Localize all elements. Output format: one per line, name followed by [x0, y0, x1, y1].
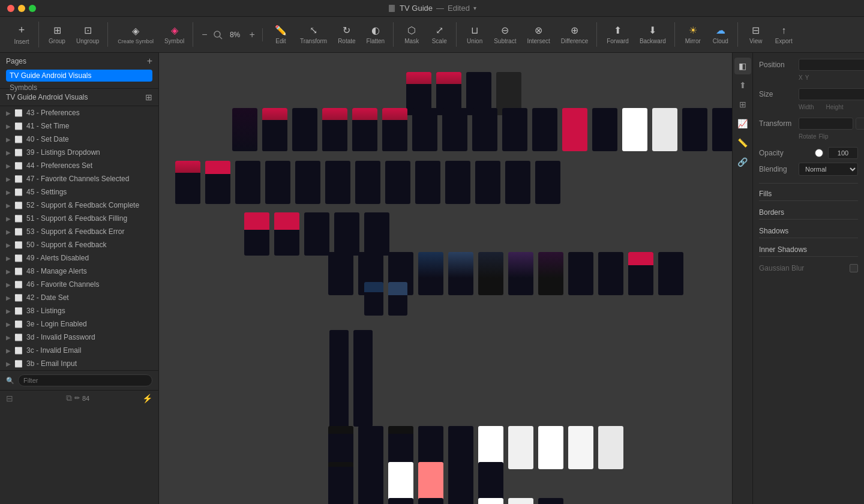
grid-icon[interactable]: ⊞	[734, 96, 751, 113]
intersect-button[interactable]: ⊗ Intersect	[522, 22, 554, 47]
ungroup-button[interactable]: ⊡ Ungroup	[71, 22, 104, 47]
maximize-button[interactable]	[29, 5, 36, 12]
rotate-input[interactable]	[799, 118, 853, 130]
width-input[interactable]	[799, 88, 864, 100]
layer-item-8[interactable]: ▶⬜51 - Support & Feedback Filling	[0, 212, 158, 225]
mask-button[interactable]: ⬡ Mask	[398, 22, 425, 47]
opacity-row: Opacity	[759, 147, 858, 159]
screen-thumb	[388, 498, 413, 504]
layer-item-14[interactable]: ▶⬜42 - Date Set	[0, 291, 158, 304]
upload-icon[interactable]: ⬆	[734, 77, 751, 94]
layers-copy-icon[interactable]: ⧉	[66, 393, 72, 403]
close-button[interactable]	[7, 5, 14, 12]
edit-button[interactable]: ✏️ Edit	[268, 22, 294, 47]
layer-arrow: ▶	[6, 242, 11, 248]
borders-section-title[interactable]: Borders	[759, 206, 858, 220]
screen-thumb	[652, 108, 677, 151]
layer-item-10[interactable]: ▶⬜50 - Support & Feedback	[0, 238, 158, 251]
chart-icon[interactable]: 📈	[734, 115, 751, 132]
inspector-content: Position X Y	[753, 53, 864, 504]
layer-item-4[interactable]: ▶⬜44 - Preferences Set	[0, 159, 158, 172]
layer-item-5[interactable]: ▶⬜47 - Favorite Channels Selected	[0, 172, 158, 185]
layer-type-icon: ⬜	[14, 268, 23, 275]
layer-item-17[interactable]: ▶⬜3d - Invalid Password	[0, 331, 158, 344]
zoom-out-button[interactable]: −	[199, 28, 209, 41]
shadows-section-title[interactable]: Shadows	[759, 224, 858, 238]
export-button[interactable]: ↑ Export	[770, 23, 797, 47]
subtract-icon: ⊖	[501, 25, 509, 36]
difference-button[interactable]: ⊕ Difference	[556, 22, 593, 47]
screen-thumb	[535, 161, 560, 204]
layers-expand-icon[interactable]: ⊞	[145, 92, 152, 102]
subtract-button[interactable]: ⊖ Subtract	[489, 22, 521, 47]
group-button[interactable]: ⊞ Group	[44, 22, 70, 47]
layer-item-7[interactable]: ▶⬜52 - Support & Feedback Complete	[0, 199, 158, 212]
mirror-button[interactable]: ☀ Mirror	[680, 22, 706, 47]
screen-thumb	[442, 108, 467, 151]
inspector-tab[interactable]: ◧	[734, 58, 751, 74]
scale-button[interactable]: ⤢ Scale	[426, 22, 452, 47]
layers-filter-bar: 🔍	[0, 370, 158, 390]
layer-item-18[interactable]: ▶⬜3c - Invalid Email	[0, 344, 158, 357]
fills-section-title[interactable]: Fills	[759, 187, 858, 201]
view-button[interactable]: ⊟ View	[743, 22, 769, 47]
inner-shadows-section-title[interactable]: Inner Shadows	[759, 243, 858, 257]
layer-arrow: ▶	[6, 189, 11, 196]
x-input[interactable]	[799, 59, 864, 71]
group-icon: ⊞	[53, 25, 61, 36]
layers-bottom-left-icon[interactable]: ⊟	[6, 394, 13, 403]
layer-item-1[interactable]: ▶⬜41 - Set Time	[0, 119, 158, 133]
blending-select[interactable]: Normal Multiply Screen Overlay	[799, 163, 858, 176]
layer-item-13[interactable]: ▶⬜46 - Favorite Channels	[0, 278, 158, 291]
layer-item-15[interactable]: ▶⬜38 - Listings	[0, 304, 158, 317]
page-item-tv-guide[interactable]: TV Guide Android Visuals	[6, 70, 152, 82]
layer-item-6[interactable]: ▶⬜45 - Settings	[0, 185, 158, 199]
svg-rect-1	[389, 5, 393, 12]
layer-item-0[interactable]: ▶⬜43 - Preferences	[0, 106, 158, 119]
size-section: Size 🔒 Width Height	[759, 88, 858, 110]
opacity-input[interactable]	[828, 147, 858, 159]
canvas-area[interactable]	[159, 53, 732, 504]
titlebar: TV Guide — Edited ▾	[0, 0, 864, 17]
layer-item-9[interactable]: ▶⬜53 - Support & Feedback Error	[0, 225, 158, 238]
layer-arrow: ▶	[6, 255, 11, 262]
layer-item-12[interactable]: ▶⬜48 - Manage Alerts	[0, 265, 158, 278]
gaussian-blur-row: Gaussian Blur	[759, 262, 858, 275]
mask-icon: ⬡	[407, 25, 416, 36]
screen-thumb	[205, 161, 230, 204]
backward-button[interactable]: ⬇ Backward	[635, 22, 671, 47]
layer-item-16[interactable]: ▶⬜3e - Login Enabled	[0, 317, 158, 331]
search-icon: 🔍	[6, 377, 14, 385]
layer-arrow: ▶	[6, 361, 11, 367]
layer-item-3[interactable]: ▶⬜39 - Listings Dropdown	[0, 146, 158, 159]
inspector-icon-strip: ◧ ⬆ ⊞ 📈 📏 🔗	[733, 53, 753, 504]
filter-input[interactable]	[18, 374, 152, 386]
flatten-button[interactable]: ◐ Flatten	[362, 22, 390, 47]
cloud-button[interactable]: ☁ Cloud	[707, 22, 734, 47]
right-sidebar: ◧ ⬆ ⊞ 📈 📏 🔗 Position	[732, 53, 864, 504]
transform-button[interactable]: ⤡ Transform	[295, 22, 332, 47]
layer-item-19[interactable]: ▶⬜3b - Email Input	[0, 357, 158, 370]
layer-arrow: ▶	[6, 215, 11, 222]
zoom-control: − 8% +	[194, 28, 263, 41]
union-button[interactable]: ⊔ Union	[461, 22, 488, 47]
difference-icon: ⊕	[571, 25, 578, 36]
screen-thumb	[382, 108, 407, 151]
rotate-button[interactable]: ↻ Rotate	[333, 22, 360, 47]
lightning-icon: ⚡	[142, 394, 152, 403]
add-page-button[interactable]: +	[147, 56, 152, 66]
layer-item-11[interactable]: ▶⬜49 - Alerts Disabled	[0, 251, 158, 265]
create-symbol-button[interactable]: ◈ Create Symbol	[113, 23, 158, 47]
xy-sublabels: X Y	[799, 74, 858, 81]
link-icon[interactable]: 🔗	[734, 154, 751, 170]
zoom-in-button[interactable]: +	[247, 28, 257, 41]
forward-button[interactable]: ⬆ Forward	[602, 22, 634, 47]
screen-thumb	[508, 426, 533, 469]
ruler-icon[interactable]: 📏	[734, 134, 751, 151]
layer-item-2[interactable]: ▶⬜40 - Set Date	[0, 133, 158, 146]
minimize-button[interactable]	[18, 5, 25, 12]
symbol-button[interactable]: ◈ Symbol	[160, 22, 189, 47]
flip-button[interactable]: Flip	[856, 118, 864, 130]
gaussian-blur-toggle[interactable]	[850, 264, 858, 272]
insert-button[interactable]: + Insert	[8, 22, 35, 47]
